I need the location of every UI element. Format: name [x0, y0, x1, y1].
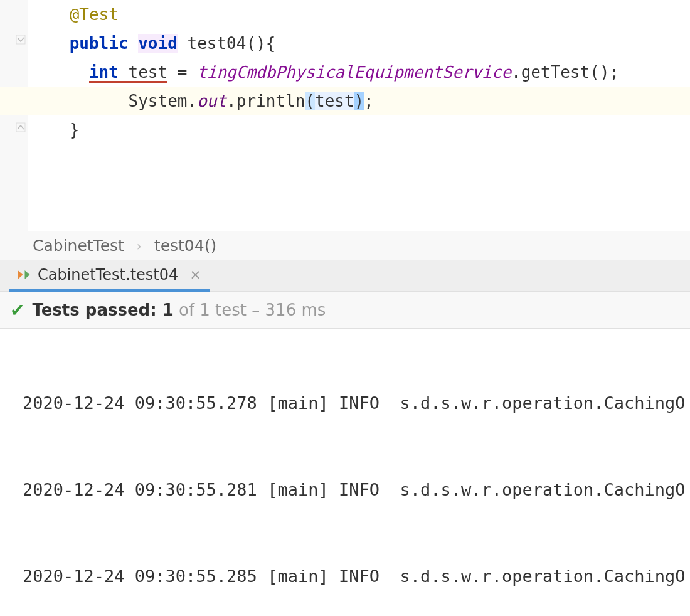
run-config-icon — [18, 268, 31, 281]
console-line: 2020-12-24 09:30:55.285 [main] INFO s.d.… — [23, 562, 690, 591]
get-test-call: .getTest(); — [511, 63, 619, 82]
paren-right: ) — [354, 92, 364, 110]
run-tab-label: CabinetTest.test04 — [38, 266, 178, 284]
close-icon[interactable]: × — [189, 267, 201, 282]
editor-gutter[interactable] — [0, 0, 28, 231]
fold-expand-icon[interactable] — [15, 34, 26, 45]
kw-public: public — [70, 34, 129, 53]
run-tab-active[interactable]: CabinetTest.test04 × — [9, 260, 210, 292]
run-tab-bar: CabinetTest.test04 × — [0, 260, 690, 291]
breadcrumb[interactable]: CabinetTest › test04() — [0, 231, 690, 260]
kw-void: void — [138, 34, 178, 53]
console-output[interactable]: 2020-12-24 09:30:55.278 [main] INFO s.d.… — [0, 329, 690, 616]
paren-left: ( — [305, 92, 315, 110]
tests-passed-prefix: Tests passed: — [32, 300, 162, 319]
code-editor[interactable]: @Test public void test04(){ int test = t… — [0, 0, 690, 231]
method-signature: test04(){ — [187, 34, 275, 53]
chevron-right-icon: › — [137, 238, 142, 253]
println-ref: .println — [226, 92, 305, 110]
assign-op: = — [167, 63, 197, 82]
var-name: test — [129, 63, 168, 82]
kw-int: int — [89, 63, 119, 82]
annotation: @Test — [70, 5, 119, 24]
svg-rect-1 — [16, 123, 25, 132]
console-line: 2020-12-24 09:30:55.281 [main] INFO s.d.… — [23, 475, 690, 504]
console-line: 2020-12-24 09:30:55.278 [main] INFO s.d.… — [23, 389, 690, 418]
system-ref: System. — [129, 92, 198, 110]
out-ref: out — [197, 92, 226, 110]
check-icon: ✔ — [10, 300, 24, 321]
println-arg: test — [315, 92, 354, 110]
breadcrumb-class[interactable]: CabinetTest — [33, 236, 124, 255]
semi: ; — [364, 92, 374, 110]
breadcrumb-method[interactable]: test04() — [154, 236, 216, 255]
tests-passed-suffix: of 1 test – 316 ms — [174, 300, 326, 319]
tests-passed-count: 1 — [162, 300, 174, 319]
close-brace: } — [70, 120, 80, 139]
fold-collapse-icon[interactable] — [15, 122, 26, 133]
service-ref: tingCmdbPhysicalEquipmentService — [197, 63, 511, 82]
code-area[interactable]: @Test public void test04(){ int test = t… — [28, 0, 690, 231]
test-results-header: ✔ Tests passed: 1 of 1 test – 316 ms — [0, 291, 690, 329]
svg-rect-0 — [16, 35, 25, 44]
